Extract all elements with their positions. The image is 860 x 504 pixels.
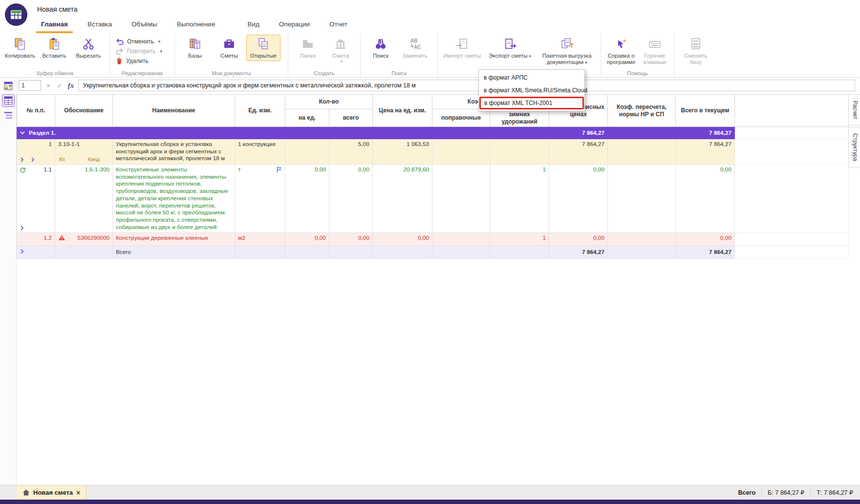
app-logo-icon[interactable] [5,3,27,26]
formula-input[interactable]: Укрупнительная сборка и установка констр… [78,80,855,91]
export-estimate-button[interactable]: Экспорт сметы▾ [484,35,537,61]
chevron-down-icon[interactable] [20,131,25,135]
header-coef-corr[interactable]: поправочные [432,109,490,127]
tab-vid[interactable]: Вид [237,17,269,33]
tab-obyomy[interactable]: Объёмы [122,17,167,33]
undo-button[interactable]: Отменить ▾ [115,38,162,45]
expand-chevron-icon[interactable] [20,249,24,254]
create-folder-button[interactable]: Папка [291,35,324,61]
create-estimate-button[interactable]: Смета ▾ [324,35,358,66]
header-coef-winter[interactable]: зимних удорожаний [490,109,549,127]
row12-recalc[interactable] [608,232,676,246]
open-documents-button[interactable]: Открытые [246,35,280,61]
table-row-1[interactable]: 1 3.10-1-1 Кп Кинд Укрупнительная с [17,139,849,165]
copy-button[interactable]: Копировать [3,35,37,61]
row11-name[interactable]: Конструктивные элементы вспомогательного… [113,165,235,233]
rail-bases-icon[interactable] [2,80,15,92]
paste-button[interactable]: Вставить [37,35,71,61]
header-unit-price[interactable]: Цена на ед. изм. [373,95,432,127]
row1-num-cell[interactable]: 1 [17,139,55,165]
export-caret-icon[interactable]: ▾ [529,54,532,59]
header-name[interactable]: Наименование [113,95,235,127]
header-qty-per[interactable]: на ед. [285,109,329,127]
estimates-button[interactable]: Сметы [212,35,246,61]
row1-current-total[interactable]: 7 864,27 [676,139,735,165]
hotkeys-button[interactable]: Горячие клавиши [638,35,671,67]
tab-otchet[interactable]: Отчет [320,17,357,33]
row1-unit[interactable]: 1 конструкция [235,139,285,165]
tab-struktura[interactable]: Структура [848,127,860,168]
find-button[interactable]: Поиск [364,35,398,61]
row12-qty-total[interactable]: 0,00 [329,232,373,246]
tab-raschet[interactable]: Расчет [848,94,860,126]
row1-k2[interactable]: Кинд [88,156,100,163]
create-estimate-caret-icon[interactable]: ▾ [340,59,343,64]
flag-icon[interactable] [276,166,282,173]
replace-button[interactable]: ABAC Заменить [398,35,432,61]
expand-chevron-icon[interactable] [20,226,24,231]
row11-justification[interactable]: 1.6-1-300 [55,165,113,233]
row11-unit-cell[interactable]: т [235,165,285,233]
import-estimate-button[interactable]: Импорт сметы [441,35,484,61]
row1-qty-per[interactable] [285,139,329,165]
warning-icon[interactable] [58,234,65,241]
row1-qty-total[interactable]: 5,00 [329,139,373,165]
batch-upload-button[interactable]: Пакетная выгрузка документации▾ [536,35,598,67]
menu-item-arps[interactable]: в формат АРПС [479,71,584,84]
fx-icon[interactable]: fx [67,82,75,90]
row1-base-total[interactable]: 7 864,27 [549,139,608,165]
redo-button[interactable]: Повторить ▾ [115,47,162,55]
tab-vypolnenie[interactable]: Выполнение [167,17,225,33]
tab-operacii[interactable]: Операции [269,17,320,33]
section-row[interactable]: Раздел 1. 7 864,27 7 864,27 [17,127,849,139]
header-unit[interactable]: Ед. изм. [235,95,285,127]
row12-name[interactable]: Конструкции деревянные клееные [113,232,235,246]
header-qty-total[interactable]: всего [329,109,373,127]
refresh-icon[interactable] [20,167,26,173]
delete-button[interactable]: Удалить [115,57,162,65]
change-base-button[interactable]: Сменить базу [677,35,714,67]
menu-item-xml-tsn-2001[interactable]: в формат XML ТСН-2001 [479,97,584,109]
row11-recalc[interactable] [608,165,676,233]
header-num[interactable]: № п.п. [17,95,55,127]
undo-caret-icon[interactable]: ▾ [158,39,161,44]
tab-vstavka[interactable]: Вставка [78,17,122,33]
row-number-input[interactable]: 1 [19,80,41,91]
row12-coef-winter[interactable]: 1 [490,232,549,246]
tab-glavnaya[interactable]: Главная [31,17,78,33]
confirm-formula-icon[interactable]: ✓ [56,82,64,89]
bases-button[interactable]: Базы [178,35,212,61]
row12-coef-corr[interactable] [432,232,490,246]
row1-coef-corr[interactable] [432,139,490,165]
table-row-1-1[interactable]: 1.1 1.6-1-300 Конструктивные элементы вс… [17,165,849,233]
header-recalc[interactable]: Коэф. пересчета, нормы НР и СП [608,95,676,127]
header-qty-group[interactable]: Кол-во [285,95,373,109]
row12-justification-cell[interactable]: 5366290000 [55,232,113,246]
row11-qty-total[interactable]: 0,00 [329,165,373,233]
row1-justification-cell[interactable]: 3.10-1-1 Кп Кинд [55,139,113,165]
cancel-formula-icon[interactable]: × [44,82,52,89]
row11-unit-price[interactable]: 20 879,60 [373,165,432,233]
row11-qty-per[interactable]: 0,00 [285,165,329,233]
table-row-1-2[interactable]: 1.2 5366290000 Конструкции деревянные кл… [17,232,849,246]
row12-current-total[interactable]: 0,00 [676,232,735,246]
row11-base-total[interactable]: 0,00 [549,165,608,233]
rail-estimate-icon[interactable] [2,94,15,107]
cut-button[interactable]: Вырезать [71,35,106,61]
document-tab[interactable]: Новая смета × [17,485,86,500]
totals-chevron-cell[interactable] [17,246,55,258]
row1-unit-price[interactable]: 1 063,53 [373,139,432,165]
row1-name[interactable]: Укрупнительная сборка и установка констр… [113,139,235,165]
row1-coef-winter[interactable] [490,139,549,165]
header-justification[interactable]: Обоснование [55,95,113,127]
row11-coef-winter[interactable]: 1 [490,165,549,233]
row11-num-cell[interactable]: 1.1 [17,165,55,233]
row12-unit-price[interactable]: 0,00 [373,232,432,246]
row11-coef-corr[interactable] [432,165,490,233]
rail-structure-icon[interactable] [2,109,15,122]
header-current-total[interactable]: Всего в текущем [676,95,735,127]
row1-k1[interactable]: Кп [59,156,65,163]
expand-chevron-icon[interactable] [31,157,35,162]
batch-caret-icon[interactable]: ▾ [585,60,587,65]
row12-num[interactable]: 1.2 [17,232,55,246]
